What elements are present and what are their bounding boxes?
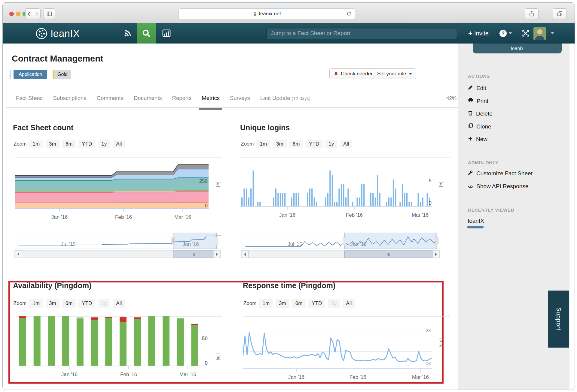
zoom-6m-button[interactable]: 6m — [62, 140, 76, 148]
item-label: Print — [477, 98, 488, 104]
scrollbar-thumb[interactable] — [173, 251, 213, 258]
unique-logins-navigator[interactable]: Jul '15Jan '16 — [240, 232, 453, 260]
zoom-ytd-button[interactable]: YTD — [306, 140, 322, 148]
forward-button[interactable] — [33, 8, 41, 19]
zoom-3m-button[interactable]: 3m — [46, 140, 60, 148]
svg-text:Feb '16: Feb '16 — [346, 212, 363, 218]
chevron-right-icon — [35, 11, 39, 16]
action-new[interactable]: New — [468, 136, 487, 143]
chart-title: Fact Sheet count — [13, 123, 227, 132]
reload-button[interactable] — [346, 11, 352, 18]
news-feed-button[interactable] — [122, 23, 134, 44]
share-button[interactable] — [525, 8, 539, 19]
zoom-all-button[interactable]: All — [340, 140, 352, 148]
tab-metrics[interactable]: Metrics — [202, 95, 220, 107]
close-window-button[interactable] — [9, 12, 14, 16]
share-icon — [529, 11, 534, 17]
show-tabs-button[interactable] — [553, 8, 567, 19]
svg-text:Mar '16: Mar '16 — [412, 374, 429, 380]
fact-sheet-count-navigator[interactable]: Jul '15Jan '16 — [13, 232, 226, 260]
tab-reports[interactable]: Reports — [172, 95, 192, 107]
tab-surveys[interactable]: Surveys — [230, 95, 250, 107]
item-label: New — [476, 136, 487, 143]
reports-button[interactable] — [160, 23, 173, 44]
scrollbar-left-arrow[interactable] — [15, 251, 22, 258]
zoom-ytd-button[interactable]: YTD — [308, 299, 325, 308]
zoom-1m-button[interactable]: 1m — [256, 140, 270, 148]
zoom-6m-button[interactable]: 6m — [292, 299, 306, 308]
admin-action-show-api-response[interactable]: </>Show API Response — [468, 183, 528, 190]
tab-label: Last Update — [260, 95, 290, 101]
zoom-all-button[interactable]: All — [113, 140, 125, 148]
admin-action-customize-fact-sheet[interactable]: Customize Fact Sheet — [468, 170, 533, 177]
svg-text:Feb '16: Feb '16 — [115, 214, 132, 220]
trash-icon — [468, 110, 473, 117]
action-print[interactable]: Print — [468, 98, 488, 104]
set-role-label: Set your role — [377, 71, 406, 77]
zoom-ytd-button[interactable]: YTD — [78, 140, 95, 148]
url-bar[interactable]: leanix.net — [179, 8, 355, 19]
navigator-handle[interactable] — [343, 237, 346, 245]
scrollbar-right-arrow[interactable] — [213, 251, 221, 258]
zoom-6m-button[interactable]: 6m — [289, 140, 303, 148]
zoom-3m-button[interactable]: 3m — [273, 140, 287, 148]
tab-last-update[interactable]: Last Update(12 days) — [260, 95, 310, 107]
unique-logins-plot: 50[#]Jan '16Feb '16Mar '16 — [240, 156, 453, 223]
user-menu-caret[interactable] — [549, 23, 554, 44]
zoom-all-button[interactable]: All — [113, 299, 125, 308]
availability-chart: Availability (Pingdom) Zoom1m3m6mYTD1yAl… — [13, 281, 227, 290]
zoom-1m-button[interactable]: 1m — [29, 140, 43, 148]
chevron-down-icon — [551, 32, 554, 34]
scrollbar-thumb[interactable] — [344, 251, 432, 258]
user-avatar[interactable] — [533, 27, 546, 40]
tab-fact-sheet[interactable]: Fact Sheet — [16, 95, 43, 107]
back-button[interactable] — [25, 8, 33, 19]
svg-text:0k: 0k — [426, 361, 431, 366]
tab-comments[interactable]: Comments — [97, 95, 124, 107]
search-button[interactable] — [137, 23, 156, 44]
navigator-handle[interactable] — [215, 237, 218, 245]
app-navbar: leanIX + Invite — [3, 23, 575, 44]
help-menu-button[interactable]: ? — [499, 23, 512, 44]
zoom-all-button[interactable]: All — [343, 299, 355, 308]
chevron-left-icon — [27, 11, 31, 16]
brand-text: leanIX — [51, 28, 80, 39]
action-edit[interactable]: Edit — [468, 85, 486, 92]
search-input[interactable] — [266, 28, 457, 39]
sidebar-toggle-button[interactable] — [44, 8, 55, 19]
tab-subscriptions[interactable]: Subscriptions — [53, 95, 86, 107]
item-label: Delete — [476, 110, 493, 117]
navigator-handle[interactable] — [435, 237, 438, 245]
zoom-3m-button[interactable]: 3m — [276, 299, 289, 308]
action-clone[interactable]: Clone — [468, 123, 491, 130]
support-tab[interactable]: Support — [548, 291, 569, 348]
zoom-3m-button[interactable]: 3m — [46, 299, 60, 308]
set-role-button[interactable]: Set your role — [373, 68, 416, 79]
svg-text:2k: 2k — [426, 328, 431, 333]
svg-text:0: 0 — [429, 200, 432, 206]
zoom-1m-button[interactable]: 1m — [259, 299, 273, 308]
zoom-1y-button[interactable]: 1y — [98, 140, 110, 148]
zoom-ytd-button[interactable]: YTD — [78, 299, 95, 308]
recent-item-leanix[interactable]: leanIX — [468, 218, 484, 224]
leanix-logo[interactable]: leanIX — [35, 27, 80, 40]
svg-text:Feb '16: Feb '16 — [120, 372, 137, 377]
fullscreen-button[interactable] — [522, 23, 530, 44]
scrollbar-left-arrow[interactable] — [241, 251, 249, 258]
navigator-handle[interactable] — [172, 237, 175, 245]
invite-button[interactable]: + Invite — [468, 23, 489, 44]
zoom-6m-button[interactable]: 6m — [62, 299, 76, 308]
scrollbar-right-arrow[interactable] — [432, 251, 440, 258]
minimize-window-button[interactable] — [16, 12, 20, 16]
action-delete[interactable]: Delete — [468, 110, 493, 117]
response-time-chart: Response time (Pingdom) Zoom1m3m6mYTD1yA… — [243, 281, 457, 290]
zoom-1y-button[interactable]: 1y — [325, 140, 337, 148]
actions-heading: ACTIONS — [458, 74, 490, 79]
fact-sheet-count-chart: Fact Sheet count Zoom1m3m6mYTD1yAll 2500… — [13, 123, 227, 132]
browser-window: leanix.net — [2, 2, 575, 390]
chevron-down-icon — [409, 73, 412, 75]
tab-documents[interactable]: Documents — [134, 95, 162, 107]
zoom-1y-button: 1y — [328, 299, 340, 308]
svg-text:[%]: [%] — [216, 353, 221, 360]
zoom-1m-button[interactable]: 1m — [29, 299, 43, 308]
